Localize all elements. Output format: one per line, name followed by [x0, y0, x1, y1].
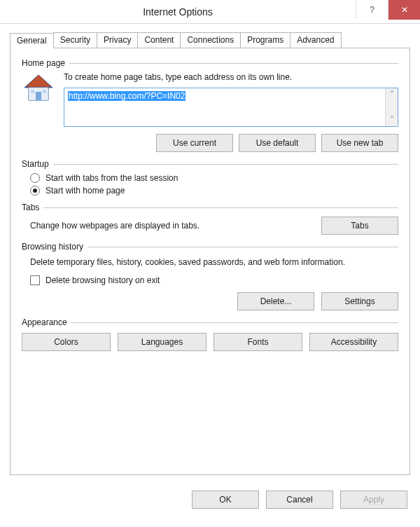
section-title-tabs: Tabs [22, 203, 39, 212]
languages-button[interactable]: Languages [118, 333, 206, 351]
divider [71, 322, 398, 323]
section-title-startup: Startup [22, 159, 49, 169]
tab-privacy[interactable]: Privacy [97, 32, 138, 48]
tab-panel-general: Home page To create home page tabs, type… [10, 48, 410, 475]
divider [88, 247, 398, 247]
svg-rect-3 [36, 92, 41, 100]
home-icon [22, 74, 55, 103]
cancel-button[interactable]: Cancel [266, 491, 333, 509]
radio-icon [30, 186, 40, 196]
dialog-footer: OK Cancel Apply [0, 482, 420, 517]
help-icon: ? [370, 5, 374, 15]
homepage-description: To create home page tabs, type each addr… [64, 72, 398, 82]
radio-label: Start with tabs from the last session [46, 173, 178, 183]
fonts-button[interactable]: Fonts [214, 333, 302, 351]
close-button[interactable]: ✕ [388, 0, 420, 20]
tab-general[interactable]: General [10, 33, 54, 48]
tab-strip: General Security Privacy Content Connect… [10, 32, 410, 48]
accessibility-button[interactable]: Accessibility [309, 333, 398, 351]
window-title: Internet Options [0, 6, 356, 18]
dialog-body: General Security Privacy Content Connect… [0, 24, 420, 482]
tab-programs[interactable]: Programs [240, 32, 290, 48]
close-icon: ✕ [401, 5, 408, 15]
delete-button[interactable]: Delete... [237, 292, 314, 310]
titlebar: Internet Options ? ✕ [0, 0, 420, 24]
svg-rect-5 [43, 90, 46, 93]
tab-advanced[interactable]: Advanced [290, 32, 341, 48]
checkbox-delete-on-exit[interactable]: Delete browsing history on exit [30, 275, 398, 285]
divider [43, 207, 398, 208]
radio-label: Start with home page [46, 186, 125, 196]
checkbox-label: Delete browsing history on exit [46, 275, 160, 285]
divider [53, 164, 398, 165]
use-new-tab-button[interactable]: Use new tab [321, 134, 398, 152]
radio-start-home-page[interactable]: Start with home page [30, 186, 398, 196]
svg-marker-2 [26, 75, 51, 87]
section-startup: Startup Start with tabs from the last se… [22, 159, 398, 196]
section-appearance: Appearance Colors Languages Fonts Access… [22, 317, 398, 351]
homepage-url-text: http://www.bing.com/?PC=IN02 [68, 91, 186, 101]
chevron-down-icon: ˅ [390, 115, 394, 125]
homepage-url-input[interactable]: http://www.bing.com/?PC=IN02 ˄ ˅ [64, 88, 398, 127]
help-button[interactable]: ? [356, 0, 388, 20]
chevron-up-icon: ˄ [390, 90, 394, 100]
colors-button[interactable]: Colors [22, 333, 111, 351]
section-browsing-history: Browsing history Delete temporary files,… [22, 242, 398, 310]
section-title-appearance: Appearance [22, 317, 67, 327]
history-description: Delete temporary files, history, cookies… [30, 256, 398, 268]
tab-security[interactable]: Security [53, 32, 97, 48]
section-homepage: Home page To create home page tabs, type… [22, 58, 398, 152]
use-current-button[interactable]: Use current [156, 134, 233, 152]
section-title-homepage: Home page [22, 58, 65, 68]
checkbox-icon [30, 275, 40, 285]
scrollbar[interactable]: ˄ ˅ [385, 88, 398, 126]
use-default-button[interactable]: Use default [239, 134, 316, 152]
svg-rect-4 [31, 90, 34, 93]
radio-start-last-session[interactable]: Start with tabs from the last session [30, 173, 398, 183]
settings-button[interactable]: Settings [321, 292, 398, 310]
section-tabs: Tabs Change how webpages are displayed i… [22, 203, 398, 235]
tabs-button[interactable]: Tabs [321, 217, 398, 235]
ok-button[interactable]: OK [192, 491, 259, 509]
titlebar-buttons: ? ✕ [356, 0, 420, 23]
tabs-description: Change how webpages are displayed in tab… [30, 221, 312, 231]
divider [69, 63, 398, 64]
section-title-history: Browsing history [22, 242, 83, 252]
radio-icon [30, 173, 40, 183]
apply-button[interactable]: Apply [340, 491, 407, 509]
tab-content[interactable]: Content [137, 32, 181, 48]
tab-connections[interactable]: Connections [180, 32, 241, 48]
